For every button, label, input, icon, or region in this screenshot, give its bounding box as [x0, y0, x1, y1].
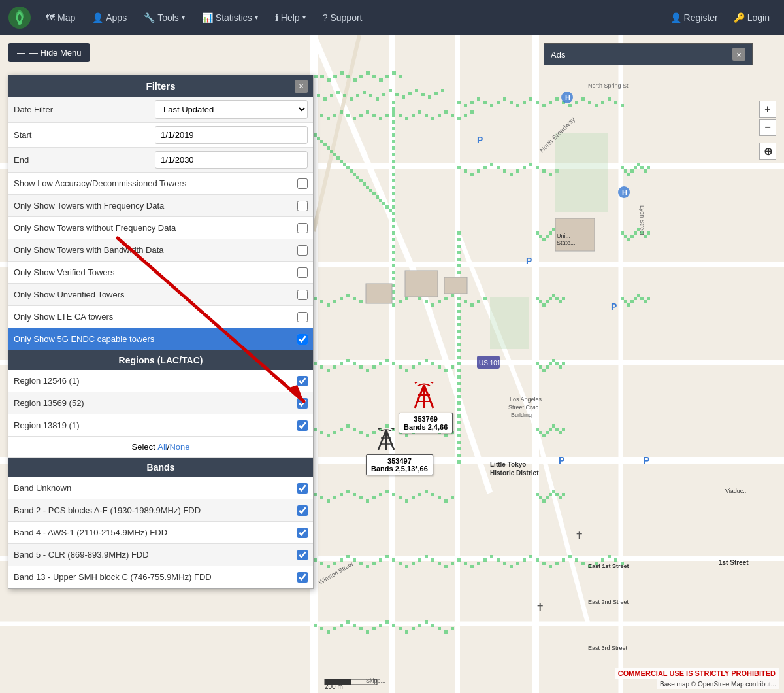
svg-text:Building: Building: [511, 412, 532, 418]
svg-rect-411: [385, 620, 389, 624]
nav-tools[interactable]: 🔧 Tools ▾: [137, 8, 191, 27]
band-checkbox-3[interactable]: [297, 550, 308, 560]
svg-rect-292: [644, 169, 647, 173]
svg-rect-156: [608, 97, 611, 101]
nav-stats-label: Statistics: [216, 12, 252, 23]
filter-checkbox-4[interactable]: [297, 267, 308, 278]
region-checkbox-2[interactable]: [297, 420, 308, 431]
zoom-out-button[interactable]: −: [759, 119, 776, 136]
filter-checkbox-1[interactable]: [297, 201, 308, 211]
nav-support[interactable]: ? Support: [316, 8, 369, 27]
svg-rect-267: [536, 428, 539, 431]
start-date-input[interactable]: [155, 126, 308, 144]
svg-rect-82: [330, 150, 333, 153]
svg-rect-342: [366, 434, 369, 437]
svg-rect-94: [369, 189, 372, 192]
nav-help[interactable]: ℹ Help ▾: [269, 8, 312, 27]
svg-rect-250: [539, 300, 542, 303]
svg-rect-96: [376, 195, 379, 199]
svg-text:P: P: [644, 455, 649, 465]
svg-rect-102: [392, 101, 395, 104]
region-checkbox-1[interactable]: [297, 398, 308, 409]
svg-rect-163: [483, 166, 487, 169]
band-checkbox-2[interactable]: [297, 528, 308, 538]
svg-text:200 m: 200 m: [325, 683, 343, 690]
svg-rect-217: [457, 330, 461, 333]
tower-icon-2[interactable]: 353769 Bands 2,4,66: [412, 382, 466, 433]
zoom-in-button[interactable]: +: [759, 101, 776, 118]
svg-rect-194: [438, 300, 441, 303]
svg-rect-444: [601, 558, 604, 562]
svg-rect-263: [552, 359, 555, 362]
svg-rect-133: [457, 101, 461, 104]
nav-apps[interactable]: 👤 Apps: [86, 8, 133, 27]
region-checkbox-0[interactable]: [297, 376, 308, 386]
svg-rect-206: [457, 258, 461, 261]
svg-rect-238: [555, 133, 608, 212]
svg-text:Skipp...: Skipp...: [366, 677, 385, 684]
region-label-2: Region 13819 (1): [14, 420, 297, 430]
nav-login[interactable]: 🔑 Login: [727, 8, 776, 27]
end-label: End: [14, 155, 155, 165]
svg-rect-87: [346, 166, 350, 169]
end-date-input[interactable]: [155, 151, 308, 169]
svg-rect-381: [333, 562, 336, 565]
date-filter-select[interactable]: Last UpdatedDate AddedDate Modified: [155, 100, 308, 119]
svg-rect-191: [418, 297, 421, 300]
tower-icon-3[interactable]: 353497 Bands 2,5,13*,66: [376, 428, 443, 475]
band-checkbox-0[interactable]: [297, 483, 308, 494]
svg-rect-328: [418, 362, 421, 365]
stats-nav-icon: 📊: [202, 12, 213, 23]
band-checkbox-1[interactable]: [297, 505, 308, 516]
filter-checkbox-row-2: Only Show Towers without Frequency Data: [8, 217, 313, 239]
svg-text:H: H: [565, 93, 570, 101]
filter-checkbox-2[interactable]: [297, 223, 308, 233]
filters-close-button[interactable]: ×: [295, 80, 308, 93]
svg-rect-192: [425, 300, 428, 303]
ads-close-button[interactable]: ×: [732, 48, 745, 61]
nav-help-label: Help: [281, 12, 300, 23]
svg-rect-157: [614, 101, 617, 104]
svg-rect-259: [539, 365, 542, 369]
select-all-link[interactable]: All: [157, 442, 167, 452]
filter-checkbox-0[interactable]: [297, 178, 308, 189]
svg-rect-92: [363, 182, 366, 186]
nav-map[interactable]: 🗺 Map: [39, 8, 82, 27]
select-none-link[interactable]: None: [169, 442, 189, 452]
svg-rect-193: [431, 303, 434, 307]
svg-rect-276: [536, 493, 539, 496]
svg-rect-234: [457, 441, 461, 444]
commercial-warning-text: COMMERCIAL USE IS STRICTLY PROHIBITED: [618, 669, 776, 677]
svg-rect-364: [366, 499, 369, 503]
svg-rect-85: [340, 160, 343, 163]
svg-rect-170: [529, 163, 532, 166]
svg-rect-316: [340, 362, 343, 365]
hide-menu-button[interactable]: — — Hide Menu: [8, 43, 90, 62]
svg-rect-439: [568, 555, 572, 558]
filter-checkbox-5[interactable]: [297, 290, 308, 300]
band-label-3: Band 5 - CLR (869-893.9MHz) FDD: [14, 550, 297, 560]
filter-checkbox-3[interactable]: [297, 245, 308, 256]
svg-rect-110: [392, 153, 395, 156]
svg-rect-282: [555, 493, 559, 496]
filter-checkbox-7[interactable]: [297, 334, 308, 345]
filter-checkbox-6[interactable]: [297, 312, 308, 322]
svg-rect-34: [323, 97, 327, 101]
svg-rect-262: [549, 362, 552, 365]
svg-rect-420: [444, 630, 448, 634]
band-checkbox-4[interactable]: [297, 572, 308, 583]
svg-rect-216: [457, 323, 461, 326]
filter-checkbox-row-3: Only Show Towers with Bandwidth Data: [8, 239, 313, 262]
region-row-1: Region 13569 (52): [8, 392, 313, 414]
nav-statistics[interactable]: 📊 Statistics ▾: [195, 8, 265, 27]
svg-rect-403: [333, 627, 336, 630]
svg-rect-275: [562, 428, 565, 431]
svg-rect-306: [630, 300, 634, 303]
svg-rect-438: [562, 558, 565, 562]
svg-line-491: [386, 430, 394, 450]
locate-button[interactable]: ⊕: [759, 143, 776, 160]
nav-register[interactable]: 👤 Register: [664, 8, 725, 27]
svg-rect-38: [350, 97, 353, 101]
filters-title: Filters: [146, 80, 175, 92]
svg-rect-377: [451, 496, 454, 499]
